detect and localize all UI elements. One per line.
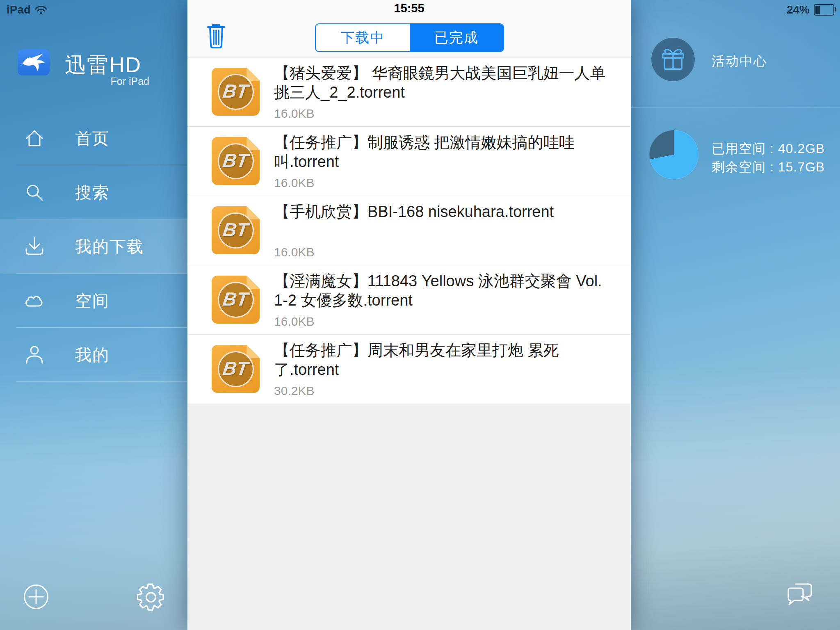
sidebar-item-space[interactable]: 空间 — [0, 274, 187, 328]
file-row[interactable]: BT 【任务推广】制服诱惑 把激情嫩妹搞的哇哇叫.torrent 16.0KB — [187, 127, 631, 196]
file-row[interactable]: BT 【任务推广】周末和男友在家里打炮 累死了.torrent 30.2KB — [187, 335, 631, 404]
sidebar-item-search[interactable]: 搜索 — [0, 165, 187, 219]
storage-pie-chart — [649, 130, 698, 179]
battery-icon — [814, 4, 834, 16]
sidebar-item-label: 首页 — [75, 127, 110, 150]
activity-center-label: 活动中心 — [712, 52, 767, 71]
bird-logo-icon — [22, 53, 46, 72]
download-status-tabs: 下载中 已完成 — [315, 23, 504, 52]
bt-torrent-icon: BT — [212, 137, 260, 185]
status-device-label: iPad — [7, 3, 31, 16]
sidebar-item-label: 搜索 — [75, 181, 110, 204]
bt-torrent-icon: BT — [212, 345, 260, 393]
bt-torrent-icon: BT — [212, 206, 260, 254]
file-size: 16.0KB — [274, 315, 314, 329]
status-time: 15:55 — [187, 2, 631, 15]
app-subtitle: For iPad — [65, 75, 149, 87]
bt-torrent-icon: BT — [212, 276, 260, 324]
cloud-icon — [24, 290, 45, 311]
bt-torrent-icon: BT — [212, 68, 260, 116]
file-name: 【任务推广】制服诱惑 把激情嫩妹搞的哇哇叫.torrent — [274, 133, 619, 171]
status-bar-right: 24% — [787, 3, 834, 16]
feedback-chat-icon[interactable] — [786, 582, 814, 609]
gift-icon — [660, 47, 686, 72]
status-bar-left: iPad — [7, 3, 47, 16]
app-logo — [18, 49, 50, 75]
wifi-icon — [35, 5, 47, 14]
app-screen: iPad 24% 迅雷HD For iPad 首页 — [0, 0, 840, 630]
trash-icon[interactable] — [207, 24, 225, 49]
tab-downloading[interactable]: 下载中 — [316, 24, 410, 51]
downloads-panel: 15:55 下载中 已完成 BT 【猪头爱爱】 华裔眼鏡 — [187, 0, 631, 630]
file-name: 【猪头爱爱】 华裔眼鏡男大战美国巨乳妞一人单挑三人_2_2.torrent — [274, 64, 619, 102]
battery-percent-label: 24% — [787, 3, 810, 16]
file-row[interactable]: BT 【手机欣赏】BBI-168 nisekuhara.torrent 16.0… — [187, 196, 631, 265]
file-size: 16.0KB — [274, 245, 314, 259]
home-icon — [24, 128, 45, 148]
file-size: 16.0KB — [274, 176, 314, 190]
right-panel-divider — [631, 107, 840, 107]
download-icon — [24, 236, 45, 257]
activity-center-button[interactable] — [651, 38, 695, 81]
completed-file-list: BT 【猪头爱爱】 华裔眼鏡男大战美国巨乳妞一人单挑三人_2_2.torrent… — [187, 57, 631, 404]
file-row[interactable]: BT 【淫满魔女】111843 Yellows 泳池群交聚會 Vol. 1-2 … — [187, 265, 631, 335]
sidebar-item-my-downloads[interactable]: 我的下载 — [0, 219, 187, 274]
tab-completed[interactable]: 已完成 — [410, 24, 504, 51]
free-space-label: 剩余空间 : 15.7GB — [712, 158, 825, 176]
file-name: 【手机欣赏】BBI-168 nisekuhara.torrent — [274, 202, 619, 221]
file-size: 16.0KB — [274, 107, 314, 121]
sidebar-item-home[interactable]: 首页 — [0, 111, 187, 165]
sidebar-menu: 首页 搜索 我的下载 空间 我的 — [0, 111, 187, 382]
search-icon — [24, 182, 45, 203]
file-size: 30.2KB — [274, 384, 314, 398]
sidebar-item-label: 我的下载 — [75, 235, 144, 258]
user-icon — [24, 345, 45, 365]
downloads-toolbar: 15:55 下载中 已完成 — [187, 0, 631, 57]
file-name: 【淫满魔女】111843 Yellows 泳池群交聚會 Vol. 1-2 女優多… — [274, 272, 619, 310]
used-space-label: 已用空间 : 40.2GB — [712, 140, 825, 158]
file-row[interactable]: BT 【猪头爱爱】 华裔眼鏡男大战美国巨乳妞一人单挑三人_2_2.torrent… — [187, 57, 631, 127]
sidebar-item-label: 我的 — [75, 344, 110, 366]
sidebar-item-label: 空间 — [75, 290, 110, 312]
settings-gear-icon[interactable] — [137, 583, 165, 611]
add-task-button[interactable] — [23, 584, 49, 609]
sidebar-item-mine[interactable]: 我的 — [0, 328, 187, 382]
file-name: 【任务推广】周末和男友在家里打炮 累死了.torrent — [274, 341, 619, 379]
